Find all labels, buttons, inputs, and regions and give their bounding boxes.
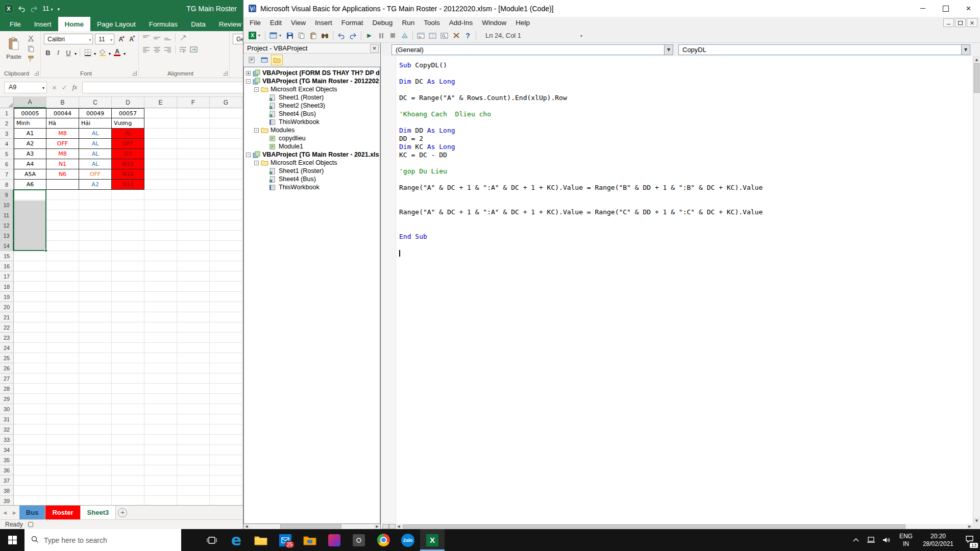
cell-E29[interactable] [144, 394, 177, 404]
split-handle[interactable] [389, 524, 396, 529]
vertical-scrollbar[interactable] [973, 56, 980, 524]
cell-E8[interactable] [144, 180, 177, 190]
view-code-button[interactable] [246, 55, 257, 65]
cell-F37[interactable] [177, 475, 210, 486]
cell-D34[interactable] [112, 445, 144, 455]
edge-icon[interactable]: e [224, 529, 249, 551]
cell-C6[interactable]: AL [79, 159, 112, 169]
cell-G29[interactable] [210, 394, 242, 404]
cell-A21[interactable] [14, 312, 46, 322]
cell-F29[interactable] [177, 394, 210, 404]
cell-E25[interactable] [144, 353, 177, 363]
cell-B24[interactable] [46, 343, 79, 353]
code-horizontal-scrollbar[interactable] [382, 524, 973, 529]
object-browser-button[interactable] [438, 30, 450, 41]
cell-E19[interactable] [144, 292, 177, 302]
menu-add-ins[interactable]: Add-Ins [445, 17, 478, 29]
cell-F10[interactable] [177, 200, 210, 210]
cell-G10[interactable] [210, 200, 242, 210]
cell-D38[interactable] [112, 486, 144, 496]
cell-D19[interactable] [112, 292, 144, 302]
cell-C27[interactable] [79, 373, 112, 384]
cell-G32[interactable] [210, 424, 242, 435]
cell-A8[interactable]: A6 [14, 180, 46, 190]
cell-D25[interactable] [112, 353, 144, 363]
cell-E16[interactable] [144, 261, 177, 271]
cell-A16[interactable] [14, 261, 46, 271]
cell-E21[interactable] [144, 312, 177, 322]
cell-G4[interactable] [210, 139, 242, 149]
cell-B15[interactable] [46, 251, 79, 261]
cell-G33[interactable] [210, 435, 242, 445]
align-center-button[interactable] [153, 46, 161, 54]
cell-A18[interactable] [14, 282, 46, 292]
tree-item-sheet1-roster[interactable]: Sheet1 (Roster) [244, 167, 380, 175]
cell-G24[interactable] [210, 343, 242, 353]
cell-D24[interactable] [112, 343, 144, 353]
cell-F24[interactable] [177, 343, 210, 353]
cell-A26[interactable] [14, 363, 46, 373]
select-all-corner[interactable] [0, 97, 14, 108]
column-header-E[interactable]: E [144, 97, 177, 108]
cell-B25[interactable] [46, 353, 79, 363]
cell-C17[interactable] [79, 271, 112, 282]
tree-item-sheet4-bus[interactable]: Sheet4 (Bus) [244, 175, 380, 183]
cell-B6[interactable]: N1 [46, 159, 79, 169]
cell-G37[interactable] [210, 475, 242, 486]
cell-A7[interactable]: A5A [14, 169, 46, 180]
cell-F39[interactable] [177, 496, 210, 505]
cell-F11[interactable] [177, 210, 210, 220]
cell-B18[interactable] [46, 282, 79, 292]
cell-B13[interactable] [46, 231, 79, 241]
cell-G8[interactable] [210, 180, 242, 190]
cell-B5[interactable]: M8 [46, 149, 79, 159]
tree-item-thisworkbook[interactable]: ThisWorkbook [244, 183, 380, 191]
cell-D6[interactable]: N10 [112, 159, 144, 169]
cell-B9[interactable] [46, 190, 79, 200]
cell-D8[interactable]: N10 [112, 180, 144, 190]
tree-item-sheet1-roster[interactable]: Sheet1 (Roster) [244, 93, 380, 102]
fill-handle[interactable] [44, 249, 47, 252]
cell-G36[interactable] [210, 465, 242, 475]
cell-B27[interactable] [46, 373, 79, 384]
cell-G21[interactable] [210, 312, 242, 322]
cell-D12[interactable] [112, 220, 144, 231]
tree-item-sheet2-sheet3[interactable]: Sheet2 (Sheet3) [244, 102, 380, 110]
cell-D20[interactable] [112, 302, 144, 312]
row-header-18[interactable]: 18 [0, 282, 14, 292]
cell-B34[interactable] [46, 445, 79, 455]
close-button[interactable] [957, 0, 980, 17]
font-color-arrow[interactable] [124, 48, 126, 57]
row-header-31[interactable]: 31 [0, 414, 14, 424]
cell-A30[interactable] [14, 404, 46, 414]
row-header-29[interactable]: 29 [0, 394, 14, 404]
cell-B26[interactable] [46, 363, 79, 373]
cell-C38[interactable] [79, 486, 112, 496]
cell-E37[interactable] [144, 475, 177, 486]
cell-D31[interactable] [112, 414, 144, 424]
cell-F21[interactable] [177, 312, 210, 322]
menu-tools[interactable]: Tools [419, 17, 445, 29]
row-header-10[interactable]: 10 [0, 200, 14, 210]
zalo-icon[interactable]: Zalo [396, 529, 420, 551]
cell-D22[interactable] [112, 322, 144, 333]
reset-button[interactable] [387, 30, 399, 41]
cell-B36[interactable] [46, 465, 79, 475]
taskbar-search[interactable]: Type here to search [24, 529, 181, 551]
code-line-14[interactable]: 'gop Du Lieu [399, 167, 973, 176]
cell-A5[interactable]: A3 [14, 149, 46, 159]
font-color-button[interactable]: A [113, 49, 121, 57]
cell-A2[interactable]: Minh [14, 118, 46, 129]
tree-item-vbaproject-tg-main-roster-2021-xls[interactable]: -VBAProject (TG Main Roster - 2021.xls [244, 151, 380, 159]
cell-C7[interactable]: OFF [79, 169, 112, 180]
cell-F8[interactable] [177, 180, 210, 190]
cell-D36[interactable] [112, 465, 144, 475]
row-header-23[interactable]: 23 [0, 333, 14, 343]
cell-G6[interactable] [210, 159, 242, 169]
cell-F15[interactable] [177, 251, 210, 261]
cell-E38[interactable] [144, 486, 177, 496]
cell-A27[interactable] [14, 373, 46, 384]
cell-B4[interactable]: OFF [46, 139, 79, 149]
cell-B16[interactable] [46, 261, 79, 271]
cell-F3[interactable] [177, 129, 210, 139]
